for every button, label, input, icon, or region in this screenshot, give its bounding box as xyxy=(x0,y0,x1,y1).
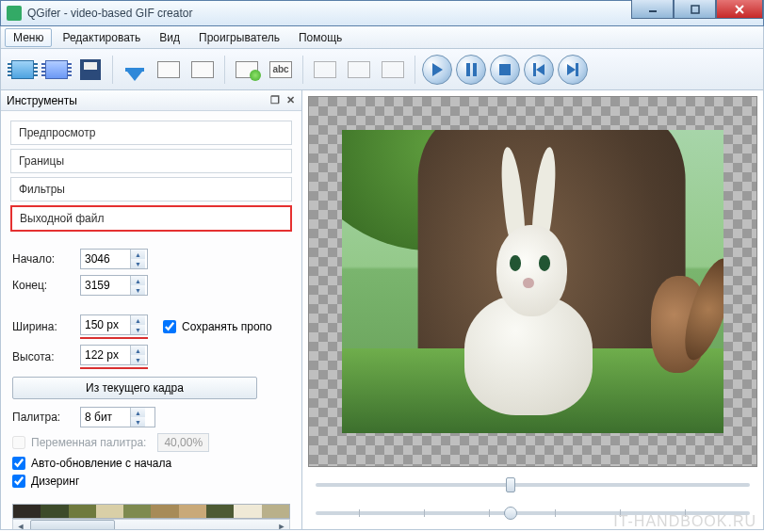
start-label: Начало: xyxy=(12,252,71,266)
add-frame-button[interactable] xyxy=(231,54,263,86)
preview-pane xyxy=(302,90,763,529)
palette-preview xyxy=(12,504,290,519)
height-input[interactable] xyxy=(81,348,130,362)
menu-player[interactable]: Проигрыватель xyxy=(190,28,288,47)
scroll-left-icon[interactable]: ◄ xyxy=(13,522,28,529)
section-filters[interactable]: Фильтры xyxy=(10,177,292,202)
close-button[interactable] xyxy=(716,0,763,19)
app-icon xyxy=(7,6,22,21)
menu-file[interactable]: Меню xyxy=(5,28,52,47)
download-icon xyxy=(125,68,144,72)
add-frame-icon xyxy=(236,61,258,78)
section-bounds[interactable]: Границы xyxy=(10,149,292,173)
height-spinner[interactable]: ▲▼ xyxy=(80,345,148,365)
clip-button[interactable] xyxy=(377,54,409,86)
skip-fwd-icon xyxy=(558,55,588,85)
open-video-button[interactable] xyxy=(7,54,39,86)
play-button[interactable] xyxy=(421,54,453,86)
titlebar: QGifer - video-based GIF creator xyxy=(0,0,764,26)
output-form: Начало: ▲▼ Конец: ▲▼ Ширина: ▲▼ Сохранят… xyxy=(1,235,301,500)
zoom-slider[interactable] xyxy=(308,503,757,524)
down-arrow-icon[interactable]: ▼ xyxy=(131,259,145,268)
dithering-checkbox[interactable]: Дизеринг xyxy=(12,475,290,488)
width-spinner[interactable]: ▲▼ xyxy=(80,314,148,335)
skip-back-button[interactable] xyxy=(523,54,555,86)
start-input[interactable] xyxy=(81,252,130,266)
up-arrow-icon[interactable]: ▲ xyxy=(131,250,145,259)
pause-button[interactable] xyxy=(455,54,487,86)
undock-icon[interactable]: ❐ xyxy=(269,95,281,106)
window-title: QGifer - video-based GIF creator xyxy=(27,7,631,20)
position-slider[interactable] xyxy=(308,475,757,495)
minimize-button[interactable] xyxy=(631,0,674,19)
import-frame-button[interactable] xyxy=(119,54,151,86)
auto-update-checkbox[interactable]: Авто-обновление с начала xyxy=(12,457,290,470)
stop-icon xyxy=(490,55,520,85)
width-label: Ширина: xyxy=(12,320,71,333)
save-button[interactable] xyxy=(74,54,106,86)
stop-button[interactable] xyxy=(489,54,521,86)
film-icon xyxy=(11,60,34,79)
panel-close-icon[interactable]: ✕ xyxy=(284,95,296,106)
crop-icon xyxy=(348,61,370,78)
height-label: Высота: xyxy=(12,350,71,363)
panel-header: Инструменты ❐ ✕ xyxy=(1,90,301,111)
workarea: Инструменты ❐ ✕ Предпросмотр Границы Фил… xyxy=(0,90,764,530)
preview-canvas[interactable] xyxy=(308,96,757,467)
end-input[interactable] xyxy=(81,279,130,292)
panel-title: Инструменты xyxy=(7,94,77,107)
menu-help[interactable]: Помощь xyxy=(290,28,350,47)
maximize-button[interactable] xyxy=(674,0,716,19)
pause-icon xyxy=(456,55,486,85)
svg-rect-1 xyxy=(691,6,699,13)
frame-next-icon xyxy=(191,61,214,78)
palette-label: Палитра: xyxy=(12,411,71,424)
palette-scrollbar[interactable]: ◄ ► xyxy=(12,519,290,529)
palette-spinner[interactable]: ▲▼ xyxy=(80,407,155,427)
edit-button[interactable] xyxy=(309,54,341,86)
abc-frame-button[interactable]: abc xyxy=(265,54,297,86)
clip-icon xyxy=(382,61,404,78)
toolbar: abc xyxy=(0,49,764,90)
end-spinner[interactable]: ▲▼ xyxy=(80,275,148,296)
menu-edit[interactable]: Редактировать xyxy=(54,28,149,47)
palette-input[interactable] xyxy=(81,411,130,424)
section-output[interactable]: Выходной файл xyxy=(10,205,292,232)
skip-back-icon xyxy=(524,55,554,85)
window-controls xyxy=(631,1,763,25)
abc-icon: abc xyxy=(269,61,292,78)
reel-button[interactable] xyxy=(41,54,73,86)
tools-panel: Инструменты ❐ ✕ Предпросмотр Границы Фил… xyxy=(1,90,302,529)
menu-view[interactable]: Вид xyxy=(151,28,188,47)
crop-button[interactable] xyxy=(343,54,375,86)
squirrel-character xyxy=(651,276,708,373)
var-palette-pct: 40,00% xyxy=(157,433,209,452)
play-icon xyxy=(422,55,452,85)
keep-ratio-checkbox[interactable]: Сохранять пропо xyxy=(163,320,272,333)
next-frame-button[interactable] xyxy=(187,54,219,86)
from-current-frame-button[interactable]: Из текущего кадра xyxy=(12,377,257,399)
menubar: Меню Редактировать Вид Проигрыватель Пом… xyxy=(0,26,764,49)
width-input[interactable] xyxy=(81,318,130,331)
section-preview[interactable]: Предпросмотр xyxy=(10,121,292,145)
save-icon xyxy=(80,59,101,80)
frame-prev-icon xyxy=(157,61,180,78)
scroll-right-icon[interactable]: ► xyxy=(274,522,289,529)
rabbit-character xyxy=(448,197,609,415)
start-spinner[interactable]: ▲▼ xyxy=(80,249,148,269)
end-label: Конец: xyxy=(12,279,71,292)
reel-icon xyxy=(45,60,68,79)
edit-icon xyxy=(314,61,336,78)
video-frame xyxy=(342,130,723,433)
skip-fwd-button[interactable] xyxy=(557,54,589,86)
var-palette-checkbox: Переменная палитра: 40,00% xyxy=(12,433,290,452)
scrollbar-thumb[interactable] xyxy=(30,520,115,529)
prev-frame-button[interactable] xyxy=(153,54,185,86)
